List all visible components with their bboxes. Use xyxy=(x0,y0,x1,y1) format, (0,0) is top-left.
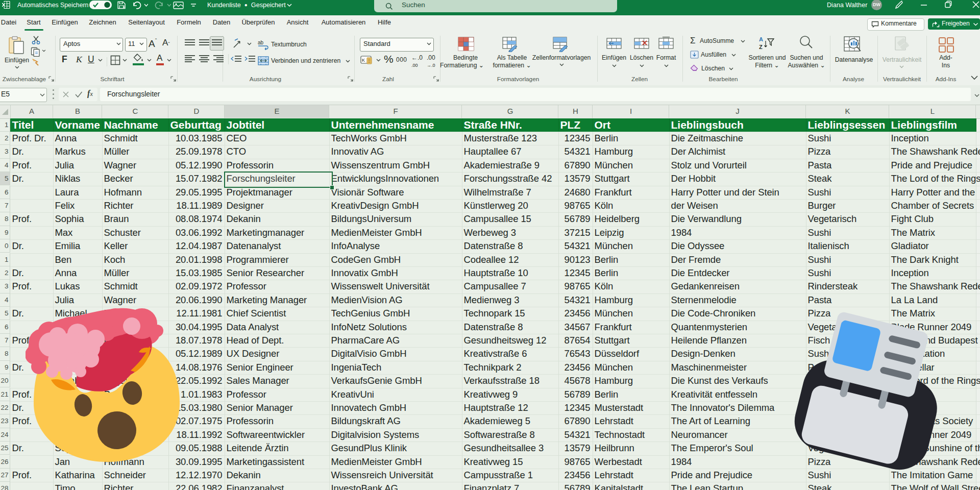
svg-text:A: A xyxy=(759,36,763,42)
svg-text:Z: Z xyxy=(759,44,763,50)
svg-text:K: K xyxy=(362,58,365,63)
svg-text:ab: ab xyxy=(258,40,264,45)
